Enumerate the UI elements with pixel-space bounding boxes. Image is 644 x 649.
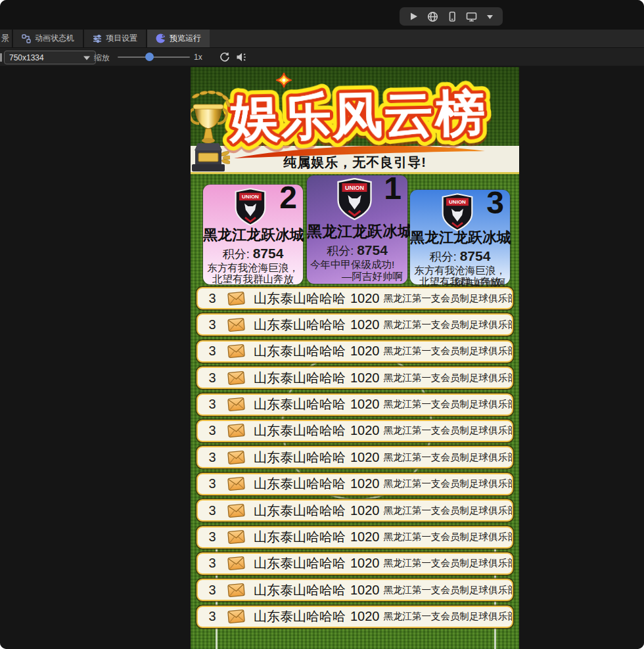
rank-list-item[interactable]: 3 山东泰山哈哈哈 1020 黑龙江第一支会员制足球俱乐部 bbox=[196, 473, 513, 495]
rank-list-item[interactable]: 3 山东泰山哈哈哈 1020 黑龙江第一支会员制足球俱乐部 bbox=[196, 526, 513, 548]
row-name: 山东泰山哈哈哈 bbox=[254, 581, 346, 599]
app-window: 景 动画状态机 项目设置 预览运行 750x1334 bbox=[0, 0, 644, 649]
team-score: 积分: 8754 bbox=[203, 246, 303, 262]
rank-list-item[interactable]: 3 山东泰山哈哈哈 1020 黑龙江第一支会员制足球俱乐部 bbox=[196, 499, 513, 522]
podium-card-rank2[interactable]: UNION 2 黑龙江龙跃冰城 积分: 8754 东方有我沧海巨浪，北望有我群山… bbox=[203, 185, 303, 284]
clipped-device-icon bbox=[0, 53, 2, 62]
team-badge-icon: UNION bbox=[336, 178, 373, 220]
speaker-icon[interactable] bbox=[235, 51, 248, 63]
tab-label: 景 bbox=[1, 33, 9, 44]
tab-scene-partial[interactable]: 景 bbox=[0, 30, 12, 47]
envelope-icon bbox=[227, 317, 246, 332]
rank-list: 3 山东泰山哈哈哈 1020 黑龙江第一支会员制足球俱乐部 3 bbox=[196, 287, 513, 632]
rank-list-item[interactable]: 3 山东泰山哈哈哈 1020 黑龙江第一支会员制足球俱乐部 bbox=[196, 446, 513, 468]
podium-card-rank1[interactable]: UNION 1 黑龙江龙跃冰城 积分: 8754 今年中甲保级成功! —阿吉好帅… bbox=[307, 175, 407, 284]
tab-project-settings[interactable]: 项目设置 bbox=[83, 30, 146, 47]
subtitle-text: 纯属娱乐，无不良引导! bbox=[191, 154, 519, 171]
refresh-icon[interactable] bbox=[219, 51, 231, 63]
row-score: 1020 bbox=[350, 450, 380, 465]
sparkle-icon bbox=[276, 72, 292, 88]
row-rank: 3 bbox=[203, 344, 221, 359]
row-score: 1020 bbox=[350, 397, 380, 412]
envelope-icon bbox=[227, 609, 246, 624]
caret-down-icon[interactable] bbox=[485, 12, 495, 22]
rank-list-item[interactable]: 3 山东泰山哈哈哈 1020 黑龙江第一支会员制足球俱乐部 bbox=[196, 606, 513, 628]
rank-list-item[interactable]: 3 山东泰山哈哈哈 1020 黑龙江第一支会员制足球俱乐部 bbox=[196, 367, 513, 389]
zoom-scale-value: 1x bbox=[194, 53, 202, 62]
rank-list-item[interactable]: 3 山东泰山哈哈哈 1020 黑龙江第一支会员制足球俱乐部 bbox=[196, 313, 513, 336]
row-desc: 黑龙江第一支会员制足球俱乐部 bbox=[384, 424, 514, 437]
podium-card-rank3[interactable]: UNION 3 黑龙江龙跃冰城 积分: 8754 东方有我沧海巨浪，北望有我群山… bbox=[410, 190, 510, 284]
envelope-icon bbox=[227, 423, 246, 438]
row-name: 山东泰山哈哈哈 bbox=[254, 395, 346, 413]
team-desc: 今年中甲保级成功! bbox=[307, 259, 407, 270]
rank-list-item[interactable]: 3 山东泰山哈哈哈 1020 黑龙江第一支会员制足球俱乐部 bbox=[196, 287, 513, 309]
row-score: 1020 bbox=[350, 583, 380, 598]
envelope-icon bbox=[227, 476, 246, 491]
globe-icon[interactable] bbox=[426, 11, 439, 23]
envelope-icon bbox=[227, 529, 246, 545]
desktop-icon[interactable] bbox=[465, 11, 478, 23]
row-rank: 3 bbox=[203, 583, 221, 598]
zoom-slider-knob[interactable] bbox=[145, 53, 154, 61]
team-badge-icon: UNION bbox=[441, 193, 474, 231]
tab-preview-run[interactable]: 预览运行 bbox=[146, 30, 210, 47]
svg-text:UNION: UNION bbox=[242, 194, 259, 200]
mobile-icon[interactable] bbox=[446, 11, 458, 23]
preview-toolbar: 750x1334 缩放 1x bbox=[0, 47, 644, 66]
row-desc: 黑龙江第一支会员制足球俱乐部 bbox=[384, 372, 514, 384]
resolution-dropdown[interactable]: 750x1334 bbox=[4, 51, 96, 64]
row-name: 山东泰山哈哈哈 bbox=[254, 554, 346, 572]
row-rank: 3 bbox=[203, 370, 221, 386]
tab-label: 动画状态机 bbox=[35, 33, 74, 44]
row-desc: 黑龙江第一支会员制足球俱乐部 bbox=[384, 610, 514, 623]
row-rank: 3 bbox=[203, 476, 221, 491]
envelope-icon bbox=[227, 344, 246, 359]
row-score: 1020 bbox=[350, 476, 380, 491]
tab-animation-state-machine[interactable]: 动画状态机 bbox=[12, 30, 83, 47]
editor-tabstrip: 景 动画状态机 项目设置 预览运行 bbox=[0, 30, 644, 47]
row-name: 山东泰山哈哈哈 bbox=[254, 502, 346, 520]
row-desc: 黑龙江第一支会员制足球俱乐部 bbox=[384, 584, 514, 596]
team-desc: 东方有我沧海巨浪，北望有我群山奔放 bbox=[203, 262, 303, 285]
row-desc: 黑龙江第一支会员制足球俱乐部 bbox=[384, 345, 514, 357]
svg-text:UNION: UNION bbox=[345, 185, 364, 191]
row-score: 1020 bbox=[350, 344, 380, 359]
play-icon[interactable] bbox=[407, 11, 419, 22]
row-desc: 黑龙江第一支会员制足球俱乐部 bbox=[384, 557, 514, 570]
row-name: 山东泰山哈哈哈 bbox=[254, 342, 346, 360]
row-score: 1020 bbox=[350, 609, 380, 624]
row-rank: 3 bbox=[203, 317, 221, 332]
envelope-icon bbox=[227, 583, 246, 598]
row-score: 1020 bbox=[350, 291, 380, 306]
row-name: 山东泰山哈哈哈 bbox=[254, 528, 346, 546]
row-rank: 3 bbox=[203, 529, 221, 545]
row-name: 山东泰山哈哈哈 bbox=[254, 290, 346, 307]
trophy-icon bbox=[191, 91, 230, 173]
row-score: 1020 bbox=[350, 529, 380, 545]
team-signature: —阿吉好帅啊 bbox=[307, 270, 407, 287]
window-topbar bbox=[0, 0, 644, 30]
rank-list-item[interactable]: 3 山东泰山哈哈哈 1020 黑龙江第一支会员制足球俱乐部 bbox=[196, 420, 513, 442]
podium-rank: 1 bbox=[384, 173, 402, 204]
sliders-icon bbox=[93, 34, 102, 43]
row-desc: 黑龙江第一支会员制足球俱乐部 bbox=[384, 398, 514, 411]
device-control-pill bbox=[400, 7, 503, 26]
game-preview: 娱乐风云榜 娱乐风云榜 娱乐风云榜 纯属娱乐，无不良引导! UNION bbox=[191, 67, 519, 649]
envelope-icon bbox=[227, 503, 246, 518]
zoom-slider[interactable] bbox=[118, 52, 190, 62]
row-desc: 黑龙江第一支会员制足球俱乐部 bbox=[384, 531, 514, 543]
team-badge-icon: UNION bbox=[234, 188, 267, 226]
podium-rank: 2 bbox=[279, 182, 297, 213]
rank-list-item[interactable]: 3 山东泰山哈哈哈 1020 黑龙江第一支会员制足球俱乐部 bbox=[196, 579, 513, 601]
rank-list-item[interactable]: 3 山东泰山哈哈哈 1020 黑龙江第一支会员制足球俱乐部 bbox=[196, 552, 513, 575]
preview-stage: 娱乐风云榜 娱乐风云榜 娱乐风云榜 纯属娱乐，无不良引导! UNION bbox=[0, 66, 644, 649]
row-rank: 3 bbox=[203, 450, 221, 465]
row-rank: 3 bbox=[203, 423, 221, 438]
envelope-icon bbox=[227, 370, 246, 386]
row-name: 山东泰山哈哈哈 bbox=[254, 316, 346, 334]
rank-list-item[interactable]: 3 山东泰山哈哈哈 1020 黑龙江第一支会员制足球俱乐部 bbox=[196, 393, 513, 416]
row-desc: 黑龙江第一支会员制足球俱乐部 bbox=[384, 478, 514, 490]
row-desc: 黑龙江第一支会员制足球俱乐部 bbox=[384, 504, 514, 517]
rank-list-item[interactable]: 3 山东泰山哈哈哈 1020 黑龙江第一支会员制足球俱乐部 bbox=[196, 340, 513, 363]
